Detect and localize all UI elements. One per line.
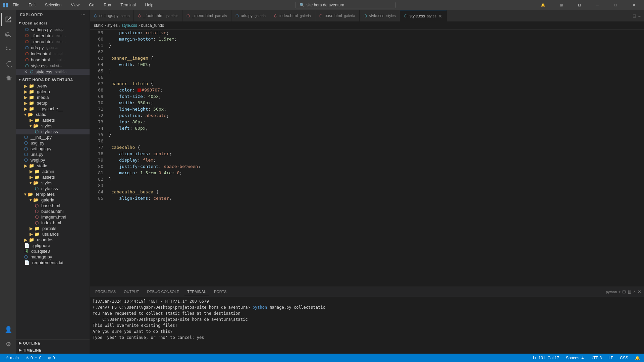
activity-explorer[interactable] [1,13,15,26]
status-notifications[interactable]: 🔔 [634,356,641,360]
tree-static-bot[interactable]: ▶📁static [16,163,90,169]
tree-usuarios[interactable]: ▶📁usuarios [16,237,90,243]
search-bar[interactable]: 🔍 site hora de aventura [295,2,396,8]
tree-index-html[interactable]: ⬡index.html [16,220,90,226]
tree-static-top[interactable]: ▾📂static [16,112,90,117]
editor-item-menu[interactable]: ⬡ _menu.html tem... [16,39,90,45]
editor-item-style-active[interactable]: ✕ ⬡ style.css static\s... [16,69,90,75]
editor-item-urls[interactable]: ⬡ urls.py galeria [16,45,90,51]
tree-admin[interactable]: ▶📁admin [16,169,90,174]
tab-menu-html[interactable]: ⬡ _menu.html partials [182,10,231,22]
panel-tab-problems[interactable]: PROBLEMS [93,288,118,295]
activity-accounts[interactable]: 👤 [1,323,15,336]
tree-asgi[interactable]: ⬡asgi.py [16,140,90,146]
panel-tab-terminal[interactable]: TERMINAL [184,288,209,295]
terminal-content[interactable]: [18/Jan/2024 10:44:19] "GET / HTTP/1.1" … [90,297,644,354]
tab-base-html[interactable]: ⬡ base.html galeria [315,10,360,22]
menu-help[interactable]: Help [143,2,156,8]
tree-db[interactable]: 🗄db.sqlite3 [16,248,90,254]
tree-requirements[interactable]: 📄requirements.txt [16,260,90,265]
tree-galeria[interactable]: ▶📁galeria [16,89,90,95]
split-editor-btn[interactable]: ⊟ [633,13,636,18]
tab-close-btn[interactable]: ✕ [438,13,442,19]
tree-style-css-bot[interactable]: ⬡style.css [16,186,90,191]
menu-edit[interactable]: Edit [26,2,38,8]
tab-urls-py[interactable]: ⬡ urls.py galeria [231,10,270,22]
tree-media[interactable]: ▶📁media [16,95,90,100]
menu-file[interactable]: File [11,2,21,8]
tab-index-html[interactable]: ⬡ index.html galeria [270,10,315,22]
more-actions-btn[interactable]: ··· [638,13,641,18]
tree-init[interactable]: ⬡__init__.py [16,134,90,140]
panel-tab-output[interactable]: OUTPUT [121,288,142,295]
tree-urls[interactable]: ⬡urls.py [16,152,90,157]
panel-close[interactable]: ✕ [638,289,641,294]
tree-venv[interactable]: ▶📁.venv [16,83,90,89]
open-editors-section[interactable]: ▾ Open Editors [16,19,90,26]
tree-settings[interactable]: ⬡settings.py [16,146,90,152]
tree-setup[interactable]: ▶📁setup [16,100,90,106]
site-section[interactable]: ▾ SITE HORA DE AVENTURA [16,76,90,83]
tree-manage[interactable]: ⬡manage.py [16,254,90,260]
tree-wsgi[interactable]: ⬡wsgi.py [16,157,90,163]
activity-source-control[interactable] [1,42,15,56]
tab-style-css-2[interactable]: ⬡ style.css styles [360,10,400,22]
status-encoding[interactable]: UTF-8 [589,356,603,360]
tree-styles-top[interactable]: ▾📂styles [16,123,90,129]
menu-terminal[interactable]: Terminal [118,2,138,8]
panel-new-terminal[interactable]: + [618,289,621,294]
menu-run[interactable]: Run [102,2,113,8]
tab-footer-html[interactable]: ⬡ _footer.html partials [134,10,182,22]
tab-style-css-active[interactable]: ⬡ style.css styles ✕ [400,10,447,22]
tree-partials[interactable]: ▶📁partials [16,226,90,231]
tree-pycache[interactable]: ▶📁__pycache__ [16,106,90,112]
menu-go[interactable]: Go [87,2,96,8]
tree-assets[interactable]: ▶📁assets [16,117,90,123]
menu-bar[interactable]: File Edit Selection View Go Run Terminal… [11,2,155,8]
status-sync[interactable]: ⊕ 0 [47,356,56,360]
tree-style-css-active[interactable]: ⬡style.css [16,129,90,134]
activity-extensions[interactable] [1,72,15,85]
tree-gitignore[interactable]: 📄.gitignore [16,243,90,248]
tree-templates[interactable]: ▾📂templates [16,191,90,197]
status-branch[interactable]: ⎇ main [3,356,20,360]
status-errors[interactable]: ⚠ 0 ⚠ 0 [24,356,43,360]
split-btn[interactable]: ⊟ [572,0,587,10]
status-line-ending[interactable]: LF [607,356,614,360]
editor-item-footer[interactable]: ⬡ _footer.html tem... [16,33,90,39]
menu-selection[interactable]: Selection [43,2,63,8]
panel-tab-debug[interactable]: DEBUG CONSOLE [144,288,182,295]
maximize-btn[interactable]: □ [608,0,623,10]
panel-split[interactable]: ⊟ [622,289,626,294]
panel-collapse[interactable]: ∧ [633,289,636,294]
activity-run[interactable] [1,57,15,70]
menu-view[interactable]: View [69,2,82,8]
notifications-btn[interactable]: 🔔 [535,0,551,10]
close-btn[interactable]: ✕ [626,0,641,10]
tree-assets-bot[interactable]: ▶📁assets [16,174,90,180]
tree-base-html[interactable]: ⬡base.html [16,203,90,208]
editor-item-settings[interactable]: ⬡ settings.py setup [16,26,90,33]
outline-section[interactable]: ▶ OUTLINE [16,339,90,347]
tree-usuarios-sub[interactable]: ▶📁usuarios [16,231,90,237]
tree-imagem-html[interactable]: ⬡imagem.html [16,214,90,220]
panel-tab-ports[interactable]: PORTS [211,288,229,295]
tree-buscar-html[interactable]: ⬡buscar.html [16,208,90,214]
tab-settings-py[interactable]: ⬡ settings.py setup [90,10,134,22]
editor-item-style2[interactable]: ⬡ style.css subst... [16,63,90,69]
activity-settings[interactable]: ⚙ [1,338,15,351]
layout-btn[interactable]: ⊞ [553,0,569,10]
status-spaces[interactable]: Spaces: 4 [565,356,585,360]
status-language[interactable]: CSS [619,356,630,360]
code-editor[interactable]: 5960616263 6465666768 6970717273 7475767… [90,29,644,287]
tree-galeria-2[interactable]: ▾📂galeria [16,197,90,203]
status-line-col[interactable]: Ln 101, Col 17 [532,356,560,360]
editor-item-index[interactable]: ⬡ index.html templ... [16,51,90,57]
editor-item-base[interactable]: ⬡ base.html templ... [16,57,90,63]
activity-search[interactable] [1,27,15,41]
minimize-btn[interactable]: ─ [590,0,605,10]
timeline-section[interactable]: ▶ TIMELINE [16,347,90,354]
tree-styles-bot[interactable]: ▾📂styles [16,180,90,186]
sidebar-more-icon[interactable]: ··· [82,13,86,17]
panel-trash[interactable]: 🗑 [627,289,632,294]
